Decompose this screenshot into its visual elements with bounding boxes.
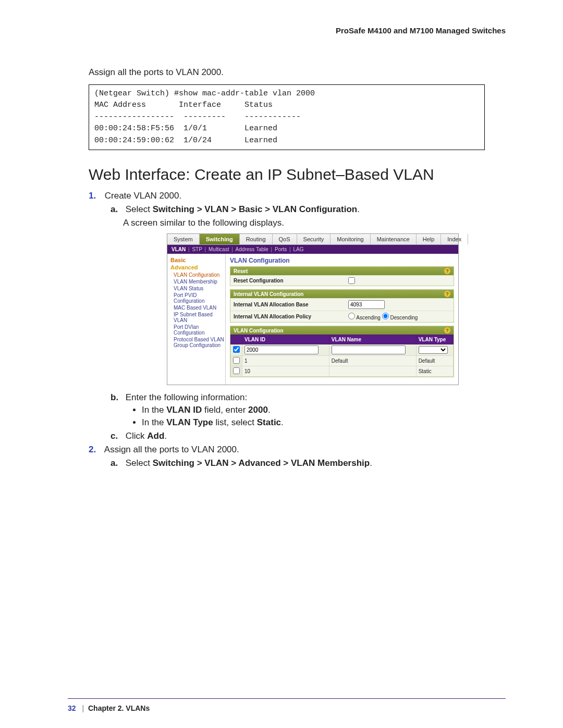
row-checkbox[interactable] xyxy=(233,367,240,374)
vlan-name-input[interactable] xyxy=(332,346,406,354)
side-group-basic[interactable]: Basic xyxy=(170,257,225,263)
step1c-bold: Add xyxy=(147,431,164,441)
cell-vlan-name xyxy=(329,366,416,377)
tab-system[interactable]: System xyxy=(167,234,200,244)
page-number: 32 xyxy=(68,704,76,712)
section-heading: Web Interface: Create an IP Subnet–Based… xyxy=(89,166,506,183)
step1c-post: . xyxy=(164,431,167,441)
footer-rule xyxy=(68,698,506,699)
bullet2-suf: Static xyxy=(257,417,281,427)
side-link-vlan-status[interactable]: VLAN Status xyxy=(170,285,225,292)
side-link-vlan-membership[interactable]: VLAN Membership xyxy=(170,278,225,285)
vlan-type-select[interactable] xyxy=(419,346,448,354)
cell-vlan-name: Default xyxy=(329,356,416,366)
step-1a-pre: Select xyxy=(126,204,153,214)
side-group-advanced[interactable]: Advanced xyxy=(170,264,225,270)
col-vlan-name: VLAN Name xyxy=(329,335,416,344)
table-row: 10 Static xyxy=(231,366,454,377)
bullet2-post: . xyxy=(281,417,284,427)
vlan-table: VLAN ID VLAN Name VLAN Type xyxy=(230,335,454,377)
step-1a-bold: Switching > VLAN > Basic > VLAN Configur… xyxy=(153,204,357,214)
tab-maintenance[interactable]: Maintenance xyxy=(371,234,417,244)
step-1a-note: A screen similar to the following displa… xyxy=(123,218,506,228)
side-link-ip-subnet-vlan[interactable]: IP Subnet Based VLAN xyxy=(170,311,225,324)
panel-internal-title: Internal VLAN Configuration xyxy=(234,291,303,297)
step-2-text: Assign all the ports to VLAN 2000. xyxy=(104,445,239,454)
bullet1-suf: 2000 xyxy=(248,405,268,415)
subnav-address-table[interactable]: Address Table xyxy=(236,246,268,252)
side-link-vlan-config[interactable]: VLAN Configuration xyxy=(170,272,225,278)
tab-routing[interactable]: Routing xyxy=(240,234,273,244)
step2a-post: . xyxy=(370,458,372,468)
step-1a: a. Select Switching > VLAN > Basic > VLA… xyxy=(111,204,506,385)
footer-chapter: Chapter 2. VLANs xyxy=(88,704,150,712)
page-footer: 32 | Chapter 2. VLANs xyxy=(68,704,150,712)
subnav-lag[interactable]: LAG xyxy=(293,246,303,252)
col-vlan-id: VLAN ID xyxy=(242,335,329,344)
step-1c: c. Click Add. xyxy=(111,431,506,441)
step-1a-marker: a. xyxy=(111,204,123,215)
step-2a-marker: a. xyxy=(111,458,123,468)
vlan-id-input[interactable] xyxy=(244,346,319,354)
tab-switching[interactable]: Switching xyxy=(200,234,240,244)
policy-ascending-radio[interactable] xyxy=(348,313,355,319)
bullet-vlan-id: In the VLAN ID field, enter 2000. xyxy=(142,405,506,415)
main-title: VLAN Configuration xyxy=(230,257,454,264)
row-select-all-checkbox[interactable] xyxy=(233,346,240,353)
subnav-vlan[interactable]: VLAN xyxy=(172,246,186,252)
sub-nav: VLAN | STP | Multicast | Address Table |… xyxy=(167,245,458,254)
reset-config-checkbox[interactable] xyxy=(348,277,355,284)
panel-reset: Reset ? Reset Configuration xyxy=(230,266,454,286)
bullet-vlan-type: In the VLAN Type list, select Static. xyxy=(142,417,506,428)
int-alloc-base-input[interactable] xyxy=(348,300,385,309)
subnav-stp[interactable]: STP xyxy=(192,246,202,252)
reset-config-label: Reset Configuration xyxy=(234,278,348,283)
side-nav: Basic Advanced VLAN Configuration VLAN M… xyxy=(167,254,226,385)
policy-descending-label: Descending xyxy=(390,315,418,320)
cell-vlan-type: Static xyxy=(416,366,453,377)
step-1b-text: Enter the following information: xyxy=(126,392,247,402)
tab-security[interactable]: Security xyxy=(297,234,331,244)
tab-index[interactable]: Index xyxy=(441,234,468,244)
bullet2-bold: VLAN Type xyxy=(166,417,213,427)
side-link-mac-based-vlan[interactable]: MAC Based VLAN xyxy=(170,304,225,311)
step-1-text: Create VLAN 2000. xyxy=(105,191,181,201)
subnav-ports[interactable]: Ports xyxy=(275,246,287,252)
help-icon[interactable]: ? xyxy=(444,291,450,297)
subnav-multicast[interactable]: Multicast xyxy=(209,246,229,252)
policy-ascending-label: Ascending xyxy=(356,315,381,320)
vlan-config-screenshot: System Switching Routing QoS Security Mo… xyxy=(167,233,459,385)
step2a-pre: Select xyxy=(126,458,153,468)
table-input-row xyxy=(231,344,454,356)
policy-descending-radio[interactable] xyxy=(382,313,389,319)
bullet2-mid: list, select xyxy=(213,417,257,427)
table-row: 1 Default Default xyxy=(231,356,454,366)
side-link-port-dvlan[interactable]: Port DVlan Configuration xyxy=(170,324,225,336)
doc-header: ProSafe M4100 and M7100 Managed Switches xyxy=(68,26,506,35)
row-checkbox[interactable] xyxy=(233,357,240,364)
footer-separator: | xyxy=(82,704,84,712)
cell-vlan-type: Default xyxy=(416,356,453,366)
step-1a-post: . xyxy=(357,204,360,214)
tab-qos[interactable]: QoS xyxy=(273,234,297,244)
col-vlan-type: VLAN Type xyxy=(416,335,453,344)
step1c-pre: Click xyxy=(126,431,148,441)
int-alloc-policy-label: Internal VLAN Allocation Policy xyxy=(234,314,348,319)
side-link-port-pvid[interactable]: Port PVID Configuration xyxy=(170,292,225,304)
help-icon[interactable]: ? xyxy=(444,327,450,334)
int-alloc-base-label: Internal VLAN Allocation Base xyxy=(234,302,348,307)
tab-help[interactable]: Help xyxy=(417,234,442,244)
tab-monitoring[interactable]: Monitoring xyxy=(331,234,370,244)
step-2a: a. Select Switching > VLAN > Advanced > … xyxy=(111,458,506,468)
intro-text: Assign all the ports to VLAN 2000. xyxy=(89,66,506,79)
panel-vlan-title: VLAN Configuration xyxy=(234,328,284,334)
step-1c-marker: c. xyxy=(111,431,123,441)
bullet1-pre: In the xyxy=(142,405,166,415)
bullet2-pre: In the xyxy=(142,417,166,427)
step-1: 1. Create VLAN 2000. a. Select Switching… xyxy=(89,191,506,441)
side-link-protocol-vlan-group[interactable]: Protocol Based VLAN Group Configuration xyxy=(170,336,225,349)
step-2: 2. Assign all the ports to VLAN 2000. a.… xyxy=(89,445,506,468)
step-1b-marker: b. xyxy=(111,392,123,403)
step-1-number: 1. xyxy=(89,191,102,201)
help-icon[interactable]: ? xyxy=(444,268,450,274)
